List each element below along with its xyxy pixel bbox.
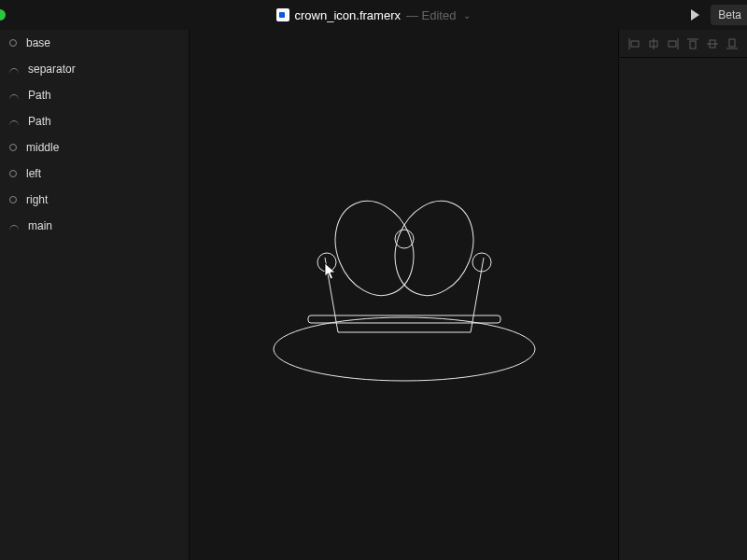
layer-label: separator <box>28 63 76 76</box>
properties-panel <box>618 30 747 560</box>
layer-item[interactable]: Path <box>0 108 189 134</box>
layer-item[interactable]: right <box>0 187 189 213</box>
layer-label: left <box>26 167 41 180</box>
circle-icon <box>9 170 17 177</box>
layer-item[interactable]: left <box>0 161 189 187</box>
layer-label: Path <box>28 89 51 102</box>
align-top-icon[interactable] <box>686 37 699 50</box>
svg-rect-7 <box>690 41 696 49</box>
layer-item[interactable]: main <box>0 213 189 239</box>
layer-label: middle <box>26 141 59 154</box>
crown-artwork[interactable] <box>264 172 544 396</box>
svg-rect-1 <box>631 41 639 47</box>
svg-rect-11 <box>729 39 735 47</box>
base-shape[interactable] <box>274 317 535 381</box>
path-right[interactable] <box>381 189 486 307</box>
window-controls <box>0 0 6 30</box>
beta-button[interactable]: Beta <box>711 5 747 25</box>
layers-panel: baseseparatorPathPathmiddleleftrightmain <box>0 30 190 560</box>
align-right-icon[interactable] <box>667 37 680 50</box>
main-shape[interactable] <box>325 258 484 332</box>
layer-item[interactable]: Path <box>0 82 189 108</box>
titlebar-actions: Beta <box>691 0 747 30</box>
align-left-icon[interactable] <box>627 37 641 50</box>
layer-label: base <box>26 36 50 49</box>
path-icon <box>9 68 19 74</box>
layer-label: main <box>28 219 52 232</box>
align-bottom-icon[interactable] <box>726 37 739 50</box>
canvas[interactable] <box>190 30 618 560</box>
document-title[interactable]: crown_icon.framerx — Edited ⌄ <box>276 8 472 22</box>
align-tools <box>619 30 747 58</box>
maximize-button[interactable] <box>0 9 6 21</box>
path-icon <box>9 225 19 231</box>
chevron-down-icon: ⌄ <box>463 10 471 21</box>
align-center-v-icon[interactable] <box>706 37 719 50</box>
titlebar: crown_icon.framerx — Edited ⌄ Beta <box>0 0 747 30</box>
path-icon <box>9 120 19 126</box>
main-area: baseseparatorPathPathmiddleleftrightmain <box>0 30 747 560</box>
layer-item[interactable]: base <box>0 30 189 56</box>
path-icon <box>9 94 19 100</box>
align-center-h-icon[interactable] <box>647 37 660 50</box>
circle-icon <box>9 196 17 203</box>
edited-status: — Edited <box>406 8 456 22</box>
filename: crown_icon.framerx <box>295 8 401 22</box>
path-left[interactable] <box>321 189 427 307</box>
layer-label: Path <box>28 115 51 128</box>
layer-item[interactable]: separator <box>0 56 189 82</box>
framer-file-icon <box>276 8 289 21</box>
circle-icon <box>9 144 17 151</box>
layer-item[interactable]: middle <box>0 134 189 161</box>
circle-icon <box>9 39 17 47</box>
svg-rect-5 <box>669 41 676 47</box>
layer-label: right <box>26 193 48 206</box>
play-icon[interactable] <box>691 9 699 21</box>
